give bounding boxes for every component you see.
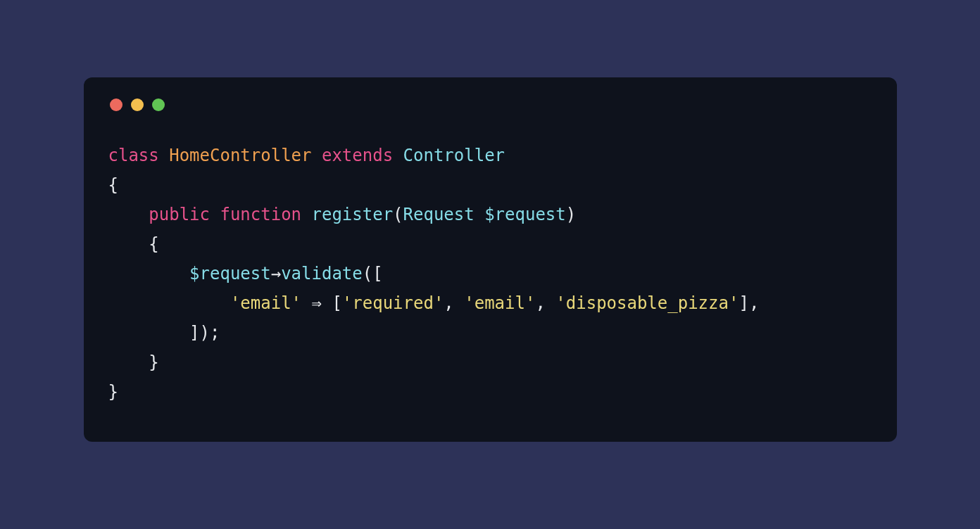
bracket: [ (332, 293, 341, 313)
bracket: ] (189, 323, 199, 343)
brace: { (149, 234, 158, 254)
comma: , (535, 293, 555, 313)
brace: { (108, 175, 118, 195)
code-line-6: 'email' ⇒ ['required', 'email', 'disposa… (108, 293, 760, 313)
brace: } (108, 382, 118, 402)
bracket: ] (739, 293, 748, 313)
window-traffic-lights (110, 98, 872, 111)
indent (108, 205, 149, 224)
type-name: Request (403, 205, 475, 224)
indent (108, 293, 230, 313)
string-literal: 'email' (230, 293, 301, 313)
code-line-2: { (108, 175, 118, 195)
indent (108, 264, 190, 283)
keyword: function (220, 205, 301, 224)
type-name: Controller (403, 146, 505, 165)
arrow-operator: → (271, 264, 281, 283)
code-line-4: { (108, 234, 159, 254)
bracket: [ (372, 264, 382, 283)
comma: , (749, 293, 759, 313)
keyword: extends (322, 146, 393, 165)
code-line-3: public function register(Request $reques… (108, 205, 577, 224)
paren: ( (363, 264, 372, 283)
code-window: class HomeController extends Controller … (84, 77, 897, 442)
string-literal: 'email' (464, 293, 535, 313)
paren: ) (566, 205, 576, 224)
code-content: class HomeController extends Controller … (108, 141, 872, 407)
code-line-5: $request→validate([ (108, 264, 383, 283)
method-name: validate (281, 264, 363, 283)
indent (108, 352, 149, 372)
string-literal: 'disposable_pizza' (555, 293, 739, 313)
close-icon[interactable] (110, 98, 122, 111)
minimize-icon[interactable] (131, 98, 144, 111)
code-line-1: class HomeController extends Controller (108, 146, 505, 165)
class-name: HomeController (169, 146, 311, 165)
brace: } (149, 352, 158, 372)
function-name: register (312, 205, 394, 224)
semicolon: ; (210, 323, 220, 343)
variable: $request (189, 264, 271, 283)
indent (108, 234, 149, 254)
paren: ( (393, 205, 403, 224)
string-literal: 'required' (342, 293, 444, 313)
keyword: public (149, 205, 210, 224)
maximize-icon[interactable] (152, 98, 165, 111)
code-line-7: ]); (108, 323, 220, 343)
fat-arrow-operator: ⇒ (301, 293, 332, 313)
paren: ) (200, 323, 210, 343)
variable: $request (484, 205, 566, 224)
indent (108, 323, 190, 343)
keyword: class (108, 146, 159, 165)
code-line-8: } (108, 352, 159, 372)
comma: , (444, 293, 464, 313)
code-line-9: } (108, 382, 118, 402)
